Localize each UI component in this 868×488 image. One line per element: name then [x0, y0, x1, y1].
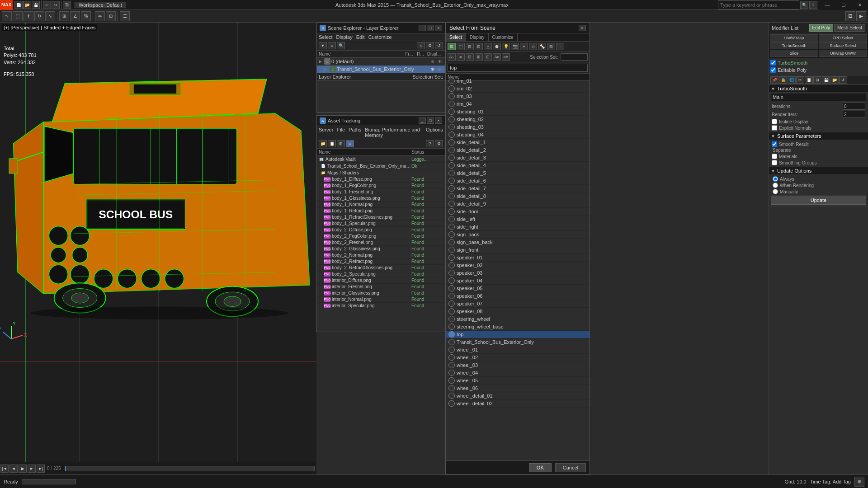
sfs-geo-btn[interactable]: △ — [484, 43, 492, 50]
layer-manager-btn[interactable]: ☰ — [120, 11, 130, 21]
timeline-prev-btn[interactable]: ◄ — [9, 465, 18, 473]
slice-btn[interactable]: Slice — [770, 50, 818, 57]
sfs-item-sd6[interactable]: side_detail_6 — [446, 177, 590, 185]
snap-btn[interactable]: ⊞ — [59, 11, 69, 21]
quick-render-btn[interactable]: ▶ — [856, 11, 866, 21]
cp-tb-pin[interactable]: 📌 — [770, 76, 778, 84]
at-row-png-11[interactable]: PNG body_2_Fresnel.png Found — [317, 239, 445, 246]
sfs-helper-btn[interactable]: + — [520, 43, 528, 50]
cp-tb-world[interactable]: 🌐 — [788, 76, 796, 84]
unwrap-uww-btn[interactable]: Unwrap UWW — [819, 50, 867, 57]
align-btn[interactable]: ⊡ — [106, 11, 116, 21]
workspace-label[interactable]: Workspace: Default — [75, 2, 126, 8]
at-row-png-17[interactable]: PNG interior_Diffuse.png Found — [317, 277, 445, 284]
iterations-input[interactable] — [843, 103, 865, 110]
at-refresh-btn[interactable]: ? — [426, 140, 434, 147]
sfs-item-wh02[interactable]: wheel_02 — [446, 354, 590, 361]
at-row-png-6[interactable]: PNG body_1_Refract.png Found — [317, 208, 445, 214]
sfs-item-sd7[interactable]: side_detail_7 — [446, 185, 590, 192]
move-btn[interactable]: ✛ — [24, 11, 33, 21]
isoline-checkbox[interactable] — [772, 119, 777, 124]
sfs-sort1-btn[interactable]: A↓ — [448, 53, 456, 61]
at-row-png-13[interactable]: PNG body_2_Normal.png Found — [317, 252, 445, 258]
at-tb-btn3[interactable]: ⊞ — [337, 140, 345, 147]
se-minimize-btn[interactable]: _ — [419, 25, 426, 31]
sfs-object-list[interactable]: rim_01 rim_02 rim_03 rim_04 sheating_01 … — [446, 77, 590, 460]
sfs-item-sd3[interactable]: side_detail_3 — [446, 154, 590, 162]
sfs-tab-display[interactable]: Display — [466, 33, 489, 41]
viewport[interactable]: SCHOOL BUS — [0, 23, 316, 474]
se-filter-btn[interactable]: ▼ — [319, 42, 327, 49]
sfs-close-btn[interactable]: × — [579, 25, 586, 31]
render2-icon[interactable]: 👁 — [437, 66, 443, 72]
se-search-btn[interactable]: 🔍 — [337, 42, 345, 49]
sfs-item-swb[interactable]: steering_wheel_base — [446, 323, 590, 331]
at-maximize-btn[interactable]: □ — [427, 117, 434, 124]
at-row-png-1[interactable]: PNG body_1_Diffuse.png Found — [317, 176, 445, 183]
smoothing-groups-checkbox[interactable] — [772, 160, 777, 165]
update-btn[interactable]: Update — [771, 196, 866, 205]
sfs-item-signback[interactable]: sign_back — [446, 231, 590, 239]
turbo-smooth-btn[interactable]: TurboSmooth — [770, 42, 818, 49]
scene-explorer-titlebar[interactable]: S Scene Explorer - Layer Explorer _ □ × — [317, 23, 445, 33]
at-row-png-20[interactable]: PNG interior_Normal.png Found — [317, 296, 445, 303]
surface-select-btn[interactable]: Surface Select — [819, 42, 867, 49]
sfs-ok-btn[interactable]: OK — [529, 463, 552, 472]
sfs-none-btn[interactable]: ⬚ — [457, 43, 465, 50]
sfs-item-sw[interactable]: steering_wheel — [446, 315, 590, 323]
explicit-normals-checkbox[interactable] — [772, 125, 777, 131]
at-menu-paths[interactable]: Paths — [349, 127, 361, 138]
edit-poly-btn[interactable]: Edit Poly — [809, 24, 833, 32]
sfs-item-wh01[interactable]: wheel_01 — [446, 346, 590, 354]
sfs-cam-btn[interactable]: 📷 — [511, 43, 519, 50]
se-menu-edit[interactable]: Edit — [356, 34, 365, 40]
timeline-end-btn[interactable]: ►| — [37, 465, 45, 473]
sfs-point-btn[interactable]: · — [556, 43, 564, 50]
at-menu-server[interactable]: Server — [319, 127, 333, 138]
sfs-item-sd4[interactable]: side_detail_4 — [446, 162, 590, 169]
at-tb-btn1[interactable]: 📁 — [319, 140, 327, 147]
sfs-bone-btn[interactable]: 🦴 — [538, 43, 546, 50]
sfs-item-sp02[interactable]: speaker_02 — [446, 262, 590, 269]
timeline-track[interactable] — [65, 466, 315, 471]
undo-btn[interactable]: ↩ — [43, 1, 51, 9]
se-menu-customize[interactable]: Customize — [368, 34, 392, 40]
sfs-filter-btn[interactable]: ⊡ — [475, 43, 483, 50]
percent-snap-btn[interactable]: % — [81, 11, 91, 21]
status-mini-btn[interactable]: ⊞ — [854, 477, 864, 487]
sfs-space-btn[interactable]: ◇ — [529, 43, 537, 50]
sfs-item-wh04[interactable]: wheel_04 — [446, 369, 590, 377]
freeze-icon[interactable]: ❄ — [429, 58, 436, 65]
sfs-item-sideright[interactable]: side_right — [446, 223, 590, 231]
at-tb-btn2[interactable]: 📋 — [328, 140, 336, 147]
at-row-png-9[interactable]: PNG body_2_Diffuse.png Found — [317, 227, 445, 233]
editable-poly-checkbox[interactable] — [770, 67, 776, 73]
sfs-item-sh03[interactable]: sheating_03 — [446, 123, 590, 131]
redo-btn[interactable]: ↪ — [52, 1, 60, 9]
manually-radio[interactable] — [773, 189, 778, 194]
se-close-btn[interactable]: × — [435, 25, 442, 31]
close-btn[interactable]: × — [852, 0, 868, 10]
timeline-play-btn[interactable]: ▶ — [19, 465, 27, 473]
sfs-item-sp03[interactable]: speaker_03 — [446, 269, 590, 277]
at-row-maxfile[interactable]: 📄 Transit_School_Bus_Exterior_Only_max_v… — [317, 163, 445, 169]
at-row-png-7[interactable]: PNG body_1_RefractGlossines.png Found — [317, 214, 445, 221]
sfs-item-rim02[interactable]: rim_02 — [446, 85, 590, 93]
angle-snap-btn[interactable]: ∠ — [70, 11, 80, 21]
sfs-item-wd02[interactable]: wheel_detail_02 — [446, 400, 590, 408]
sfs-item-wh05[interactable]: wheel_05 — [446, 377, 590, 385]
sfs-item-sd5[interactable]: side_detail_5 — [446, 169, 590, 177]
rotate-btn[interactable]: ↻ — [34, 11, 44, 21]
at-row-png-10[interactable]: PNG body_2_FogColor.png Found — [317, 233, 445, 239]
at-row-png-18[interactable]: PNG interior_Fresnel.png Found — [317, 284, 445, 290]
se-sort-btn[interactable]: ≡ — [328, 42, 336, 49]
sfs-hier-btn[interactable]: ⊡ — [484, 53, 492, 61]
render-iters-input[interactable] — [843, 111, 865, 118]
at-menu-file[interactable]: File — [337, 127, 345, 138]
sfs-item-sp06[interactable]: speaker_06 — [446, 292, 590, 300]
render-btn[interactable]: 🖼 — [845, 11, 855, 21]
scale-btn[interactable]: ⤡ — [45, 11, 55, 21]
cp-tb-paste[interactable]: 📋 — [805, 76, 813, 84]
sfs-item-sh04[interactable]: sheating_04 — [446, 131, 590, 139]
fpd-select-btn[interactable]: FPD Select — [819, 34, 867, 42]
